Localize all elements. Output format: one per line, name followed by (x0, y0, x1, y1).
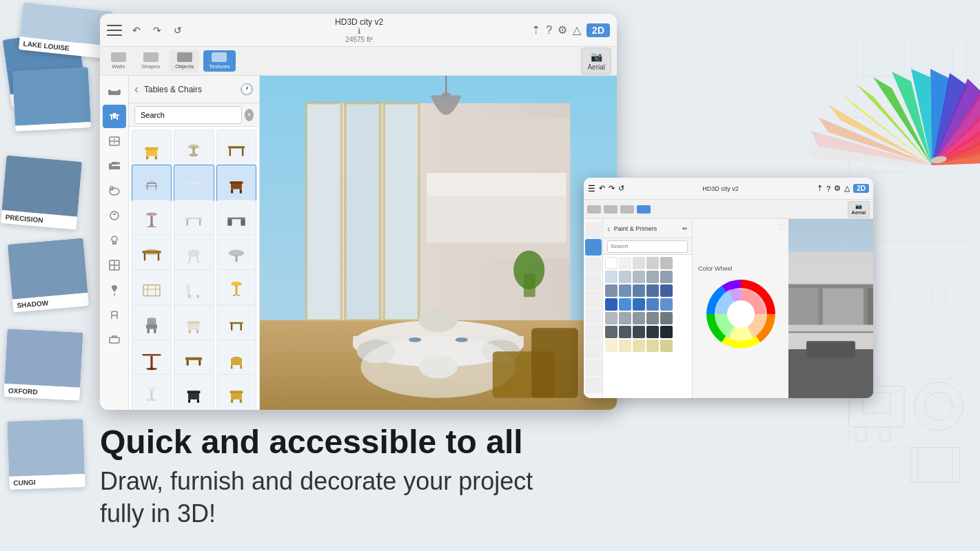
object-black-chair[interactable] (174, 374, 214, 410)
color-swatch-mgray1[interactable] (605, 312, 617, 324)
cat-table-chair[interactable] (103, 105, 126, 128)
s-cat-3[interactable] (585, 256, 602, 273)
s-redo-icon[interactable]: ↷ (609, 184, 615, 193)
color-swatch-midblue6[interactable] (660, 284, 673, 297)
s-undo-icon[interactable]: ↶ (599, 184, 605, 193)
object-antique-chair[interactable] (216, 340, 256, 380)
cat-storage[interactable] (103, 129, 126, 153)
object-bench[interactable] (174, 340, 214, 380)
color-swatch-dgray2[interactable] (619, 326, 631, 338)
cat-plants[interactable] (103, 278, 126, 302)
color-swatch-blue3[interactable] (633, 298, 645, 311)
redo-button[interactable]: ↷ (148, 21, 166, 39)
tool-walls[interactable]: Walls (105, 50, 132, 72)
color-swatch-lyellow5[interactable] (660, 340, 673, 352)
tool-textures[interactable]: Textures (203, 50, 235, 72)
object-modern-chair[interactable] (174, 269, 214, 309)
color-swatch-lightblue3[interactable] (633, 271, 645, 283)
color-swatch-mgray2[interactable] (619, 312, 631, 324)
color-swatch-mgray5[interactable] (660, 312, 673, 324)
cat-misc1[interactable] (103, 204, 126, 227)
color-swatch-midblue2[interactable] (605, 284, 617, 297)
object-tall-stool[interactable] (216, 269, 256, 309)
object-small-table[interactable] (216, 304, 256, 344)
object-table-wood[interactable] (216, 129, 256, 169)
s-cat-1[interactable] (585, 222, 602, 238)
color-swatch-lyellow4[interactable] (646, 340, 659, 352)
s-tool-textures[interactable] (637, 205, 651, 214)
heart-icon[interactable]: ♡ (777, 222, 786, 233)
settings-button[interactable]: ⚙ (558, 23, 567, 37)
color-swatch-blue1[interactable] (605, 298, 617, 311)
s-settings-icon[interactable]: ⚙ (834, 184, 841, 193)
s-tool-walls[interactable] (587, 205, 601, 214)
s-cat-7[interactable] (585, 325, 602, 342)
s-cat-5[interactable] (585, 291, 602, 307)
aerial-button[interactable]: 📷 Aerial (581, 48, 611, 74)
help-button[interactable]: ? (546, 24, 552, 37)
object-desk-white[interactable] (174, 165, 214, 205)
s-back-button[interactable]: ‹ (607, 223, 611, 234)
s-expand-icon[interactable]: △ (844, 184, 850, 193)
color-swatch-lightgray1[interactable] (619, 257, 631, 269)
object-stool[interactable] (174, 129, 214, 169)
color-swatch-dgray5[interactable] (660, 326, 673, 338)
s-cat-9[interactable] (585, 360, 602, 376)
color-swatch-dgray1[interactable] (605, 326, 617, 338)
cat-bed[interactable] (103, 154, 126, 178)
object-table-glass[interactable] (174, 200, 214, 240)
object-dining-table[interactable] (132, 234, 172, 274)
color-swatch-blue2[interactable] (619, 298, 631, 311)
color-swatch-midblue3[interactable] (619, 284, 631, 297)
object-outdoor-table[interactable] (132, 269, 172, 309)
tool-objects[interactable]: Objects (170, 50, 199, 72)
color-swatch-midblue5[interactable] (646, 284, 659, 297)
s-reload-icon[interactable]: ↺ (618, 184, 624, 193)
cat-decor[interactable] (103, 303, 126, 326)
color-swatch-blue4[interactable] (646, 298, 659, 311)
share-button[interactable]: ⇡ (531, 23, 540, 37)
object-eames-chair[interactable] (174, 234, 214, 274)
color-swatch-blue5[interactable] (660, 298, 673, 311)
color-wheel[interactable] (703, 276, 779, 352)
back-button[interactable]: ‹ (134, 82, 139, 96)
object-office-desk[interactable] (216, 200, 256, 240)
s-tool-shapes[interactable] (604, 205, 617, 214)
color-swatch-dgray3[interactable] (633, 326, 645, 338)
s-cat-4[interactable] (585, 273, 602, 290)
color-swatch-lyellow1[interactable] (605, 340, 617, 352)
color-swatch-gray2[interactable] (660, 257, 673, 269)
undo-button[interactable]: ↶ (127, 21, 145, 39)
color-swatch-lightblue4[interactable] (646, 271, 659, 283)
object-wood-chair[interactable] (216, 374, 256, 410)
object-chair-wire[interactable] (132, 165, 172, 205)
object-barstool[interactable] (132, 200, 172, 240)
object-gaming-chair[interactable] (132, 304, 172, 344)
reload-button[interactable]: ↺ (169, 21, 187, 39)
colors-search-input[interactable] (607, 240, 688, 253)
s-cat-8[interactable] (585, 342, 602, 359)
s-cat-2[interactable] (585, 239, 602, 256)
color-swatch-lightblue1[interactable] (605, 271, 617, 283)
object-round-table[interactable] (216, 234, 256, 274)
history-button[interactable]: 🕐 (240, 83, 254, 96)
color-swatch-lyellow2[interactable] (619, 340, 631, 352)
s-tool-objects[interactable] (620, 205, 634, 214)
object-bar-table[interactable] (132, 340, 172, 380)
cat-extra[interactable] (103, 328, 126, 351)
color-swatch-lightblue2[interactable] (619, 271, 631, 283)
search-input[interactable] (134, 106, 242, 124)
hamburger-menu[interactable] (107, 25, 122, 36)
color-swatch-white[interactable] (605, 257, 617, 269)
color-swatch-midblue4[interactable] (633, 284, 645, 297)
color-swatch-mgray3[interactable] (633, 312, 645, 324)
s-share-icon[interactable]: ⇡ (817, 184, 823, 193)
color-swatch-gray1[interactable] (646, 257, 659, 269)
s-help-icon[interactable]: ? (826, 185, 830, 193)
color-swatch-lightgray2[interactable] (633, 257, 645, 269)
object-kitchen-stool[interactable] (132, 374, 172, 410)
s-cat-10[interactable] (585, 377, 602, 393)
object-chair-dark[interactable] (216, 165, 256, 205)
s-edit-icon[interactable]: ✏ (682, 225, 688, 232)
color-swatch-midblue1[interactable] (660, 271, 673, 283)
